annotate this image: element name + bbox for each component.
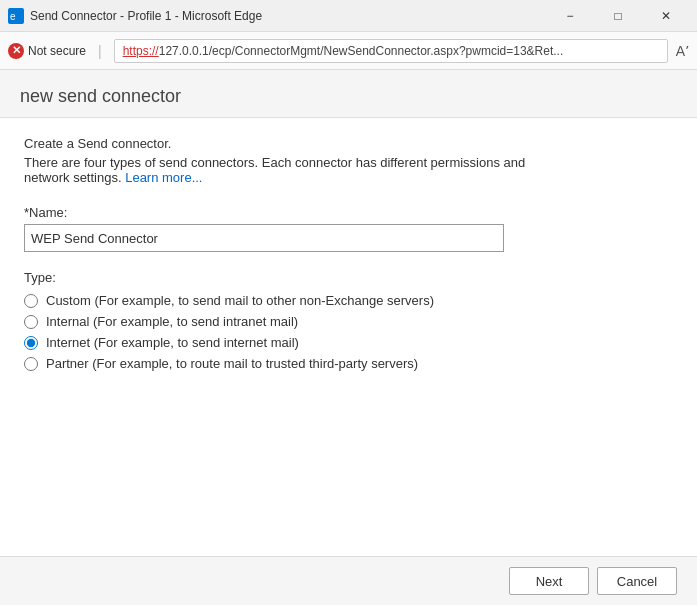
name-label: *Name: xyxy=(24,205,673,220)
radio-internet[interactable]: Internet (For example, to send internet … xyxy=(24,335,673,350)
footer: Next Cancel xyxy=(0,556,697,605)
content-area: new send connector Create a Send connect… xyxy=(0,70,697,605)
radio-custom-label: Custom (For example, to send mail to oth… xyxy=(46,293,434,308)
radio-custom[interactable]: Custom (For example, to send mail to oth… xyxy=(24,293,673,308)
svg-text:e: e xyxy=(10,11,16,22)
address-bar: ✕ Not secure | https:// 127.0.0.1/ecp/Co… xyxy=(0,32,697,70)
radio-internal-label: Internal (For example, to send intranet … xyxy=(46,314,298,329)
maximize-button[interactable]: □ xyxy=(595,0,641,32)
reader-mode-icon[interactable]: Aʼ xyxy=(676,43,689,59)
browser-icon: e xyxy=(8,8,24,24)
not-secure-label: Not secure xyxy=(28,44,86,58)
radio-partner-label: Partner (For example, to route mail to t… xyxy=(46,356,418,371)
url-https: https:// xyxy=(123,44,159,58)
cancel-button[interactable]: Cancel xyxy=(597,567,677,595)
title-bar: e Send Connector - Profile 1 - Microsoft… xyxy=(0,0,697,32)
title-bar-controls: − □ ✕ xyxy=(547,0,689,32)
radio-partner[interactable]: Partner (For example, to route mail to t… xyxy=(24,356,673,371)
page-header: new send connector xyxy=(0,70,697,118)
address-url[interactable]: https:// 127.0.0.1/ecp/ConnectorMgmt/New… xyxy=(114,39,668,63)
title-bar-text: Send Connector - Profile 1 - Microsoft E… xyxy=(30,9,547,23)
learn-more-link[interactable]: Learn more... xyxy=(125,170,202,185)
description-line2-text: There are four types of send connectors.… xyxy=(24,155,525,170)
type-section: Type: Custom (For example, to send mail … xyxy=(24,270,673,371)
radio-internet-input[interactable] xyxy=(24,336,38,350)
next-button[interactable]: Next xyxy=(509,567,589,595)
type-label: Type: xyxy=(24,270,673,285)
minimize-button[interactable]: − xyxy=(547,0,593,32)
description-line1: Create a Send connector. xyxy=(24,136,673,151)
url-rest: 127.0.0.1/ecp/ConnectorMgmt/NewSendConne… xyxy=(159,44,564,58)
radio-internet-label: Internet (For example, to send internet … xyxy=(46,335,299,350)
not-secure-badge: ✕ Not secure xyxy=(8,43,86,59)
radio-group: Custom (For example, to send mail to oth… xyxy=(24,293,673,371)
form-area: Create a Send connector. There are four … xyxy=(0,118,697,556)
address-separator: | xyxy=(94,43,106,59)
page-title: new send connector xyxy=(20,86,677,107)
not-secure-icon: ✕ xyxy=(8,43,24,59)
description-line2: There are four types of send connectors.… xyxy=(24,155,673,185)
radio-internal-input[interactable] xyxy=(24,315,38,329)
radio-partner-input[interactable] xyxy=(24,357,38,371)
description-line3-text: network settings. xyxy=(24,170,122,185)
close-button[interactable]: ✕ xyxy=(643,0,689,32)
radio-custom-input[interactable] xyxy=(24,294,38,308)
radio-internal[interactable]: Internal (For example, to send intranet … xyxy=(24,314,673,329)
name-input[interactable] xyxy=(24,224,504,252)
